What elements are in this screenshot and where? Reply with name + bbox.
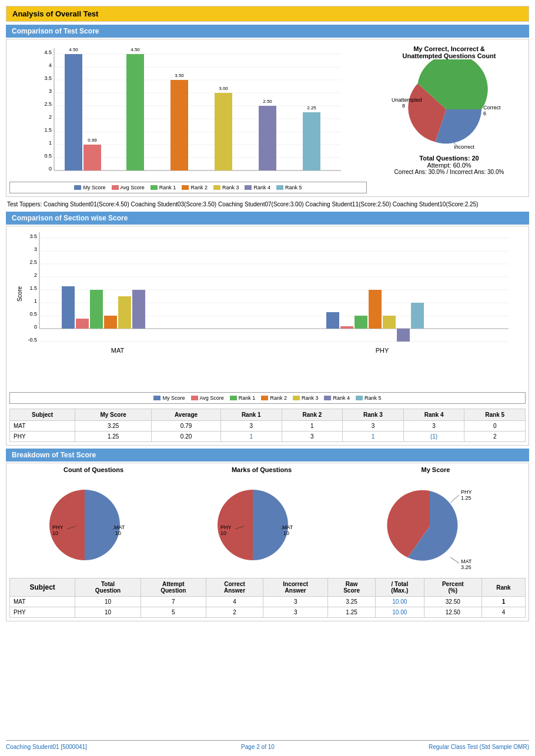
svg-text:10: 10 bbox=[220, 530, 226, 536]
svg-text:0.99: 0.99 bbox=[88, 138, 97, 143]
col-rank1: Rank 1 bbox=[221, 409, 282, 421]
svg-text:MAT: MAT bbox=[111, 347, 125, 354]
section-wise-table: Subject My Score Average Rank 1 Rank 2 R… bbox=[9, 409, 526, 442]
svg-text:0: 0 bbox=[49, 166, 52, 172]
svg-rect-27 bbox=[170, 80, 188, 170]
svg-text:MAT: MAT bbox=[114, 524, 125, 530]
phy-subject: PHY bbox=[10, 431, 75, 442]
legend-rank4: Rank 4 bbox=[253, 185, 270, 190]
phy-avg: 0.20 bbox=[152, 431, 221, 442]
svg-rect-33 bbox=[303, 112, 320, 170]
mat-rank3: 3 bbox=[343, 421, 404, 431]
bd-phy-attempt-q: 5 bbox=[141, 607, 206, 618]
svg-text:4.5: 4.5 bbox=[44, 49, 52, 55]
svg-rect-29 bbox=[215, 93, 232, 170]
bd-col-rank: Rank bbox=[482, 578, 525, 597]
svg-text:MAT: MAT bbox=[461, 558, 472, 564]
bd-mat-raw-score: 3.25 bbox=[328, 597, 376, 607]
svg-text:-0.5: -0.5 bbox=[28, 337, 37, 343]
svg-text:3: 3 bbox=[34, 246, 37, 252]
svg-rect-63 bbox=[62, 286, 75, 329]
sec-legend-myscore: My Score bbox=[162, 395, 185, 401]
col-rank5: Rank 5 bbox=[464, 409, 526, 421]
svg-rect-67 bbox=[118, 296, 131, 329]
bd-mat-subject: MAT bbox=[10, 597, 75, 607]
svg-text:1.5: 1.5 bbox=[29, 285, 37, 291]
toppers-text: Test Toppers: Coaching Student01(Score:4… bbox=[6, 200, 529, 209]
sec-legend-avg: Avg Score bbox=[200, 395, 224, 401]
svg-rect-65 bbox=[90, 290, 103, 329]
svg-text:3.5: 3.5 bbox=[44, 75, 52, 81]
svg-text:1.5: 1.5 bbox=[44, 127, 52, 133]
mat-rank1: 3 bbox=[221, 421, 282, 431]
svg-text:Incorrect: Incorrect bbox=[454, 144, 475, 150]
section-bar-chart: 3.5 3 2.5 2 1.5 1 0.5 0 -0.5 Score bbox=[9, 229, 526, 388]
breakdown-table: Subject TotalQuestion AttemptQuestion Co… bbox=[9, 578, 526, 618]
col-average: Average bbox=[152, 409, 221, 421]
svg-text:0.5: 0.5 bbox=[44, 153, 52, 159]
svg-text:Correct: Correct bbox=[483, 105, 501, 111]
legend-avgscore: Avg Score bbox=[121, 185, 145, 190]
bd-col-incorrect-a: IncorrectAnswer bbox=[263, 578, 328, 597]
svg-text:10: 10 bbox=[115, 530, 121, 536]
phy-rank2: 3 bbox=[282, 431, 343, 442]
table-row: MAT 3.25 0.79 3 1 3 3 0 bbox=[10, 421, 526, 431]
sec-legend-rank5: Rank 5 bbox=[365, 395, 382, 401]
col-rank3: Rank 3 bbox=[343, 409, 404, 421]
svg-text:MAT: MAT bbox=[282, 524, 293, 530]
svg-text:3.25: 3.25 bbox=[461, 564, 472, 570]
bd-phy-total-max: 10.00 bbox=[375, 607, 424, 618]
svg-text:4: 4 bbox=[49, 62, 52, 68]
sec-legend-rank2: Rank 2 bbox=[270, 395, 287, 401]
mat-subject: MAT bbox=[10, 421, 75, 431]
main-title: Analysis of Overall Test bbox=[6, 6, 529, 22]
svg-text:3.50: 3.50 bbox=[175, 73, 184, 78]
bd-phy-correct-a: 2 bbox=[206, 607, 263, 618]
svg-text:PHY: PHY bbox=[220, 524, 232, 530]
sec-legend-rank1: Rank 1 bbox=[239, 395, 256, 401]
bd-mat-percent: 32.50 bbox=[424, 597, 482, 607]
comparison-bar-chart: 4.5 4 3.5 3 2.5 2 1.5 1 0.5 0 bbox=[9, 42, 367, 178]
legend-myscore: My Score bbox=[83, 185, 105, 190]
svg-text:4.50: 4.50 bbox=[69, 47, 78, 52]
svg-rect-70 bbox=[340, 326, 353, 329]
phy-rank3: 1 bbox=[343, 431, 404, 442]
breakdown-col-score: My Score bbox=[371, 466, 500, 473]
section-legend: My Score Avg Score Rank 1 Rank 2 Rank 3 … bbox=[9, 392, 526, 404]
svg-text:2: 2 bbox=[34, 272, 37, 278]
section-wise-area: 3.5 3 2.5 2 1.5 1 0.5 0 -0.5 Score bbox=[6, 226, 529, 446]
svg-rect-71 bbox=[355, 316, 367, 329]
svg-rect-31 bbox=[259, 106, 276, 170]
table-row: PHY 1.25 0.20 1 3 1 (1) 2 bbox=[10, 431, 526, 442]
legend-rank1: Rank 1 bbox=[159, 185, 176, 190]
phy-rank4: (1) bbox=[403, 431, 464, 442]
comparison-score-header: Comparison of Test Score bbox=[6, 25, 529, 38]
page: Analysis of Overall Test Comparison of T… bbox=[0, 0, 535, 756]
svg-text:PHY: PHY bbox=[461, 489, 472, 495]
marks-pie: PHY 10 MAT 10 bbox=[206, 478, 317, 572]
bd-phy-rank: 4 bbox=[482, 607, 525, 618]
mat-rank4: 3 bbox=[403, 421, 464, 431]
col-myscore: My Score bbox=[75, 409, 152, 421]
bd-col-raw-score: RawScore bbox=[328, 578, 376, 597]
svg-text:2.25: 2.25 bbox=[307, 105, 316, 111]
table-row: PHY 10 5 2 3 1.25 10.00 12.50 4 bbox=[10, 607, 526, 618]
svg-text:3: 3 bbox=[49, 88, 52, 94]
pie-info: Total Questions: 20 Attempt: 60.0% Corre… bbox=[373, 155, 526, 175]
legend-rank2: Rank 2 bbox=[190, 185, 208, 190]
svg-text:3.5: 3.5 bbox=[29, 233, 37, 239]
breakdown-col-marks: Marks of Questions bbox=[203, 466, 320, 473]
bd-mat-total-q: 10 bbox=[75, 597, 141, 607]
attempt-percent: Attempt: 60.0% bbox=[373, 162, 526, 169]
pie-title: My Correct, Incorrect &Unattempted Quest… bbox=[373, 45, 526, 59]
legend-rank3: Rank 3 bbox=[222, 185, 239, 190]
bd-col-attempt-q: AttemptQuestion bbox=[141, 578, 206, 597]
footer: Coaching Student01 [5000041] Page 2 of 1… bbox=[6, 740, 529, 750]
section-wise-header: Comparison of Section wise Score bbox=[6, 212, 529, 225]
svg-rect-66 bbox=[104, 316, 117, 329]
svg-text:2.5: 2.5 bbox=[29, 259, 37, 265]
bd-phy-percent: 12.50 bbox=[424, 607, 482, 618]
svg-text:2.50: 2.50 bbox=[263, 99, 272, 104]
phy-rank5: 2 bbox=[464, 431, 526, 442]
count-pie: PHY 10 MAT 10 bbox=[38, 478, 149, 572]
